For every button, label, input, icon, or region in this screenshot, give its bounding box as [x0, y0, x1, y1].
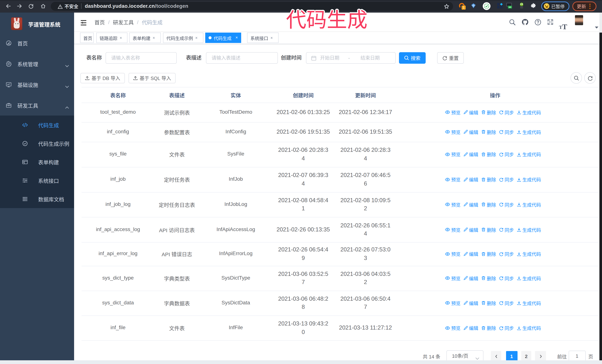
svg-text:on: on: [509, 6, 511, 8]
